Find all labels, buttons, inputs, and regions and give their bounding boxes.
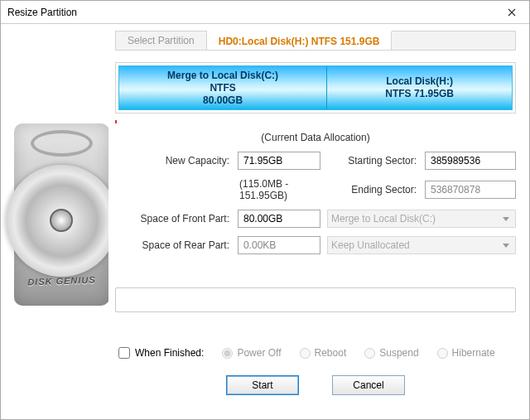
radio-power-off[interactable]: Power Off	[222, 347, 281, 359]
main: DISK GENIUS Select Partition HD0:Local D…	[1, 24, 529, 419]
titlebar: Resize Partition	[1, 1, 529, 24]
sidebar: DISK GENIUS	[1, 24, 108, 419]
partition-segment[interactable]: Local Disk(H:)NTFS 71.95GB	[327, 66, 512, 109]
tab-select-partition[interactable]: Select Partition	[116, 31, 207, 50]
when-finished-row: When Finished: Power Off Reboot Suspend …	[115, 347, 516, 359]
start-button[interactable]: Start	[226, 375, 299, 395]
ending-sector-input	[425, 181, 516, 199]
allocation-title: (Current Data Allocation)	[115, 132, 516, 143]
hdd-illustration: DISK GENIUS	[14, 123, 108, 306]
front-part-select[interactable]: Merge to Local Disk(C:)	[327, 210, 516, 228]
allocation-form: New Capacity: Starting Sector: (115.0MB …	[115, 152, 516, 254]
info-box	[115, 287, 516, 312]
when-finished-checkbox[interactable]: When Finished:	[118, 347, 204, 359]
rear-part-input	[238, 236, 320, 254]
close-icon	[508, 8, 516, 17]
window-title: Resize Partition	[7, 7, 77, 18]
when-finished-check[interactable]	[118, 347, 130, 359]
new-capacity-label: New Capacity:	[115, 155, 231, 167]
radio-suspend[interactable]: Suspend	[364, 347, 418, 359]
cancel-button[interactable]: Cancel	[332, 375, 405, 395]
tab-active-partition[interactable]: HD0:Local Disk(H:) NTFS 151.9GB	[207, 31, 393, 50]
ending-sector-label: Ending Sector:	[327, 184, 418, 196]
front-part-label: Space of Front Part:	[115, 213, 231, 224]
starting-sector-label: Starting Sector:	[327, 155, 418, 167]
radio-hibernate[interactable]: Hibernate	[437, 347, 495, 359]
radio-reboot[interactable]: Reboot	[300, 347, 347, 359]
rear-part-label: Space of Rear Part:	[115, 239, 231, 251]
capacity-range-hint: (115.0MB - 151.95GB)	[238, 178, 320, 201]
partition-segment[interactable]: Merge to Local Disk(C:)NTFS80.00GB	[119, 66, 327, 109]
tab-strip: Select Partition HD0:Local Disk(H:) NTFS…	[115, 31, 516, 51]
front-part-input[interactable]	[238, 210, 320, 228]
partition-bar[interactable]: Merge to Local Disk(C:)NTFS80.00GBLocal …	[115, 62, 516, 113]
rear-part-select[interactable]: Keep Unallocated	[327, 236, 516, 254]
new-capacity-input[interactable]	[238, 152, 320, 170]
dialog-buttons: Start Cancel	[115, 375, 516, 395]
starting-sector-input[interactable]	[425, 152, 516, 170]
when-finished-label: When Finished:	[135, 347, 204, 359]
divider-marker	[115, 120, 516, 123]
content: Select Partition HD0:Local Disk(H:) NTFS…	[108, 24, 529, 419]
close-button[interactable]	[494, 1, 529, 23]
